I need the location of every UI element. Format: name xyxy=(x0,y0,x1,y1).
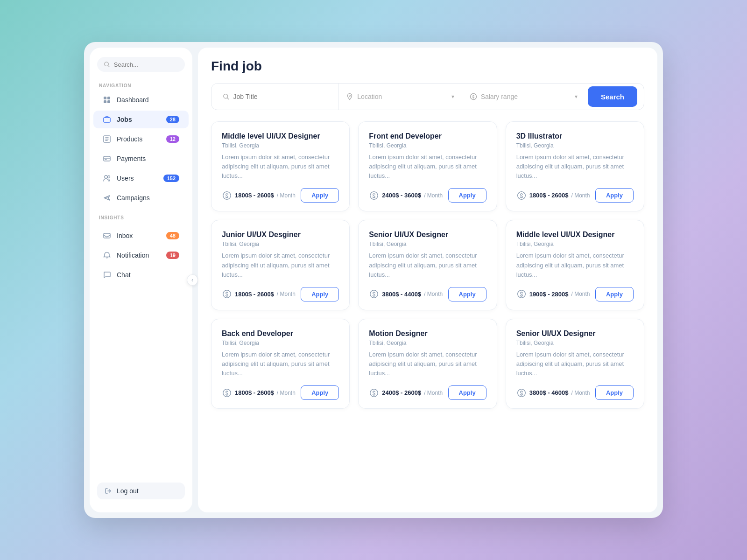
salary-icon xyxy=(470,93,477,100)
nav-section-label: Navigation xyxy=(90,79,192,90)
job-description: Lorem ipsum dolor sit amet, consectetur … xyxy=(516,350,634,378)
job-footer: 1800$ - 2600$ / Month Apply xyxy=(222,385,339,400)
notification-badge: 19 xyxy=(166,252,179,259)
apply-button[interactable]: Apply xyxy=(595,188,634,203)
salary-info: 3800$ - 4600$ / Month xyxy=(516,388,590,398)
svg-rect-6 xyxy=(104,118,110,122)
job-footer: 3800$ - 4600$ / Month Apply xyxy=(516,385,634,400)
apply-button[interactable]: Apply xyxy=(448,188,486,203)
job-card: Senior UI/UX Designer Tbilisi, Georgia L… xyxy=(358,220,497,310)
sidebar-item-payments[interactable]: Payments xyxy=(93,150,189,168)
svg-point-21 xyxy=(349,95,351,97)
job-card: 3D Illustrator Tbilisi, Georgia Lorem ip… xyxy=(506,121,644,211)
sidebar-item-products[interactable]: Products 12 xyxy=(93,130,189,148)
job-description: Lorem ipsum dolor sit amet, consectetur … xyxy=(516,153,634,181)
inbox-badge: 48 xyxy=(166,232,179,239)
job-footer: 1900$ - 2800$ / Month Apply xyxy=(516,287,634,301)
insights-section-label: INSIGHTS xyxy=(90,211,192,222)
sidebar-item-campaigns[interactable]: Campaigns xyxy=(93,189,189,207)
apply-button[interactable]: Apply xyxy=(301,287,339,301)
job-title: Middle level UI/UX Designer xyxy=(222,132,339,140)
sidebar-label-notification: Notification xyxy=(117,252,161,259)
sidebar-item-notification[interactable]: Notification 19 xyxy=(93,246,189,264)
job-location: Tbilisi, Georgia xyxy=(516,340,634,346)
sidebar-label-dashboard: Dashboard xyxy=(117,96,179,104)
job-title-search-icon xyxy=(223,93,229,100)
logout-icon xyxy=(105,487,112,495)
salary-period: / Month xyxy=(277,291,296,297)
salary-coin-icon xyxy=(222,388,232,398)
job-description: Lorem ipsum dolor sit amet, consectetur … xyxy=(516,251,634,279)
sidebar-item-chat[interactable]: Chat xyxy=(93,266,189,284)
job-location: Tbilisi, Georgia xyxy=(516,142,634,149)
svg-point-15 xyxy=(108,176,110,178)
location-dropdown[interactable]: Location ▾ xyxy=(338,84,462,110)
salary-info: 1800$ - 2600$ / Month xyxy=(516,190,590,201)
salary-period: / Month xyxy=(277,390,296,396)
job-description: Lorem ipsum dolor sit amet, consectetur … xyxy=(222,153,339,181)
jobs-badge: 28 xyxy=(166,116,179,123)
salary-coin-icon xyxy=(369,388,379,398)
dashboard-icon xyxy=(103,96,111,104)
job-title-input[interactable] xyxy=(233,93,331,100)
svg-rect-5 xyxy=(107,100,110,103)
job-title-field[interactable] xyxy=(215,84,338,110)
apply-button[interactable]: Apply xyxy=(301,188,339,203)
salary-period: / Month xyxy=(424,390,443,396)
sidebar-label-users: Users xyxy=(117,175,158,182)
page-title: Find job xyxy=(211,59,644,74)
location-label: Location xyxy=(357,93,447,100)
job-location: Tbilisi, Georgia xyxy=(369,340,486,346)
apply-button[interactable]: Apply xyxy=(301,385,339,400)
sidebar-label-payments: Payments xyxy=(117,155,179,162)
salary-amount: 3800$ - 4400$ xyxy=(382,291,421,298)
salary-info: 3800$ - 4400$ / Month xyxy=(369,289,443,299)
job-location: Tbilisi, Georgia xyxy=(516,241,634,247)
svg-line-1 xyxy=(108,66,109,67)
job-search-bar: Location ▾ Salary range ▾ Search xyxy=(211,83,644,110)
svg-point-14 xyxy=(105,175,107,178)
sidebar-item-users[interactable]: Users 152 xyxy=(93,169,189,187)
salary-range-dropdown[interactable]: Salary range ▾ xyxy=(462,84,585,110)
salary-amount: 1800$ - 2600$ xyxy=(529,192,569,199)
job-card: Senior UI/UX Designer Tbilisi, Georgia L… xyxy=(506,319,644,409)
job-title: Front end Developer xyxy=(369,132,486,140)
salary-info: 1800$ - 2600$ / Month xyxy=(222,190,296,201)
sidebar-search-input[interactable] xyxy=(114,61,178,68)
salary-amount: 1900$ - 2800$ xyxy=(529,291,569,298)
search-button[interactable]: Search xyxy=(588,86,637,107)
svg-rect-11 xyxy=(104,156,110,161)
job-footer: 2400$ - 3600$ / Month Apply xyxy=(369,188,486,203)
job-title: Junior UI/UX Desginer xyxy=(222,231,339,239)
job-card: Middle level UI/UX Designer Tbilisi, Geo… xyxy=(211,121,350,211)
job-location: Tbilisi, Georgia xyxy=(222,142,339,149)
job-footer: 1800$ - 2600$ / Month Apply xyxy=(222,188,339,203)
salary-chevron-down-icon: ▾ xyxy=(575,93,578,100)
salary-amount: 1800$ - 2600$ xyxy=(235,389,274,396)
logout-button[interactable]: Log out xyxy=(97,483,185,499)
job-location: Tbilisi, Georgia xyxy=(369,241,486,247)
apply-button[interactable]: Apply xyxy=(595,385,634,400)
salary-coin-icon xyxy=(516,289,527,299)
sidebar-label-jobs: Jobs xyxy=(117,116,161,123)
payments-icon xyxy=(103,154,111,163)
sidebar-item-dashboard[interactable]: Dashboard xyxy=(93,91,189,109)
sidebar-label-products: Products xyxy=(117,135,161,143)
svg-rect-4 xyxy=(104,100,106,103)
collapse-sidebar-button[interactable]: ‹ xyxy=(187,274,198,286)
job-footer: 2400$ - 2600$ / Month Apply xyxy=(369,385,486,400)
svg-line-20 xyxy=(227,98,229,99)
salary-amount: 3800$ - 4600$ xyxy=(529,389,569,396)
job-title: Senior UI/UX Designer xyxy=(369,231,486,239)
salary-coin-icon xyxy=(516,190,527,201)
apply-button[interactable]: Apply xyxy=(448,385,486,400)
job-footer: 1800$ - 2600$ / Month Apply xyxy=(222,287,339,301)
apply-button[interactable]: Apply xyxy=(448,287,486,301)
sidebar-item-jobs[interactable]: Jobs 28 xyxy=(93,111,189,128)
salary-amount: 2400$ - 3600$ xyxy=(382,192,421,199)
salary-period: / Month xyxy=(571,192,590,199)
sidebar-search-box[interactable] xyxy=(97,57,185,72)
sidebar-item-inbox[interactable]: Inbox 48 xyxy=(93,227,189,245)
logout-label: Log out xyxy=(117,487,139,495)
apply-button[interactable]: Apply xyxy=(595,287,634,301)
